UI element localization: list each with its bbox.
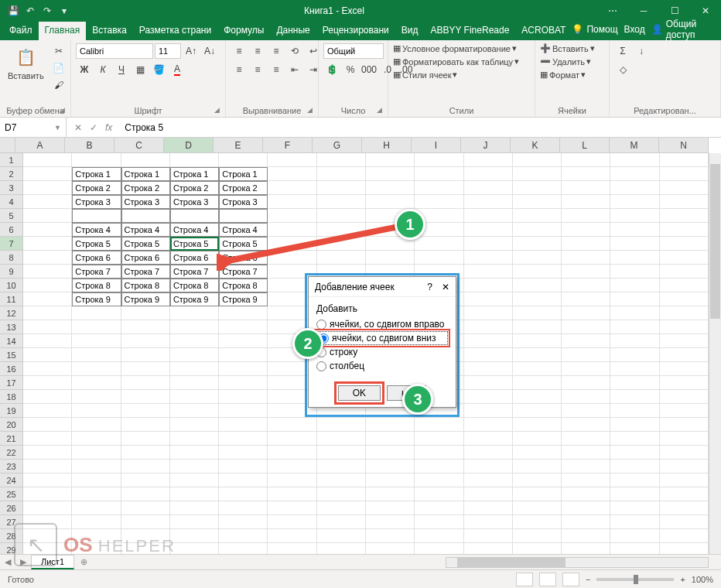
cell[interactable] xyxy=(562,418,610,432)
cell[interactable] xyxy=(23,473,72,487)
cell[interactable] xyxy=(562,320,610,334)
cell[interactable] xyxy=(219,446,268,460)
cell[interactable] xyxy=(562,404,610,418)
cell[interactable] xyxy=(464,334,513,348)
cell[interactable] xyxy=(513,432,562,446)
cell[interactable] xyxy=(513,515,562,529)
row-header[interactable]: 17 xyxy=(0,376,22,390)
cell[interactable] xyxy=(170,418,219,432)
cell[interactable] xyxy=(366,167,415,181)
align-center-icon[interactable]: ≡ xyxy=(249,62,266,77)
cell[interactable] xyxy=(268,529,316,543)
cell[interactable] xyxy=(219,515,268,529)
row-header[interactable]: 11 xyxy=(0,292,22,306)
zoom-out-icon[interactable]: − xyxy=(586,575,590,584)
insert-cells-button[interactable]: ➕ Вставить ▾ xyxy=(540,43,595,53)
page-layout-view-icon[interactable] xyxy=(539,573,556,586)
cell[interactable]: Строка 6 xyxy=(121,251,170,265)
cell[interactable] xyxy=(513,334,562,348)
cell[interactable]: Строка 9 xyxy=(170,292,219,306)
cell[interactable] xyxy=(415,251,463,265)
cell[interactable] xyxy=(660,181,709,195)
delete-cells-button[interactable]: ➖ Удалить ▾ xyxy=(540,56,591,67)
cell[interactable]: Строка 3 xyxy=(219,195,268,209)
cell[interactable] xyxy=(268,460,316,473)
percent-icon[interactable]: % xyxy=(342,62,359,77)
row-header[interactable]: 19 xyxy=(0,404,22,418)
column-header[interactable]: J xyxy=(461,138,511,152)
cell[interactable] xyxy=(464,418,513,432)
cell[interactable] xyxy=(317,181,366,195)
cell[interactable] xyxy=(268,153,316,167)
cell[interactable] xyxy=(219,362,268,376)
cell[interactable] xyxy=(23,167,72,181)
zoom-in-icon[interactable]: + xyxy=(680,575,685,584)
autosum-icon[interactable]: Σ xyxy=(614,43,631,59)
cell[interactable]: Строка 1 xyxy=(72,167,121,181)
cell[interactable] xyxy=(415,529,463,543)
cell[interactable] xyxy=(610,195,659,209)
cell[interactable] xyxy=(219,487,268,501)
cell[interactable]: Строка 1 xyxy=(219,167,268,181)
cell[interactable]: Строка 8 xyxy=(72,279,121,292)
cell[interactable]: Строка 8 xyxy=(121,279,170,292)
cell[interactable] xyxy=(562,334,610,348)
cell[interactable] xyxy=(562,265,610,279)
cell[interactable]: Строка 3 xyxy=(72,195,121,209)
cell[interactable] xyxy=(170,334,219,348)
cell[interactable] xyxy=(513,181,562,195)
cell[interactable] xyxy=(23,348,72,362)
cell[interactable] xyxy=(562,446,610,460)
cell[interactable] xyxy=(610,473,659,487)
cell[interactable] xyxy=(366,487,415,501)
cell[interactable] xyxy=(72,501,121,515)
decrease-indent-icon[interactable]: ⇤ xyxy=(286,62,303,77)
cancel-formula-icon[interactable]: ✕ xyxy=(74,122,82,133)
cell[interactable] xyxy=(513,487,562,501)
column-header[interactable]: I xyxy=(412,138,461,152)
row-header[interactable]: 23 xyxy=(0,460,22,473)
cell[interactable] xyxy=(72,446,121,460)
cell[interactable] xyxy=(317,446,366,460)
cell[interactable] xyxy=(562,292,610,306)
align-middle-icon[interactable]: ≡ xyxy=(249,43,266,59)
zoom-level[interactable]: 100% xyxy=(692,575,713,584)
column-header[interactable]: A xyxy=(15,138,65,152)
cell[interactable] xyxy=(660,376,709,390)
fill-icon[interactable]: ↓ xyxy=(633,43,650,59)
row-header[interactable]: 12 xyxy=(0,306,22,320)
cell[interactable] xyxy=(562,181,610,195)
cell[interactable]: Строка 5 xyxy=(170,237,219,251)
format-cells-button[interactable]: ▦ Формат ▾ xyxy=(540,70,586,80)
cell[interactable] xyxy=(562,153,610,167)
cell[interactable] xyxy=(660,404,709,418)
cell[interactable] xyxy=(219,153,268,167)
cell[interactable] xyxy=(562,237,610,251)
cell[interactable] xyxy=(513,473,562,487)
cell[interactable]: Строка 3 xyxy=(170,195,219,209)
tab-view[interactable]: Вид xyxy=(395,22,425,40)
cell[interactable] xyxy=(317,153,366,167)
cell[interactable] xyxy=(562,473,610,487)
cell[interactable] xyxy=(415,237,463,251)
column-header[interactable]: M xyxy=(610,138,659,152)
cell[interactable] xyxy=(366,515,415,529)
row-header[interactable]: 21 xyxy=(0,432,22,446)
cell[interactable] xyxy=(610,348,659,362)
zoom-slider[interactable] xyxy=(596,578,674,581)
cell[interactable] xyxy=(562,306,610,320)
cell[interactable] xyxy=(268,181,316,195)
cell[interactable]: Строка 2 xyxy=(170,181,219,195)
cell[interactable] xyxy=(562,529,610,543)
cell[interactable] xyxy=(366,153,415,167)
cell[interactable] xyxy=(464,320,513,334)
fill-color-icon[interactable]: 🪣 xyxy=(150,62,167,77)
cell[interactable] xyxy=(219,473,268,487)
cell[interactable] xyxy=(219,320,268,334)
cell[interactable] xyxy=(23,320,72,334)
cell[interactable] xyxy=(562,432,610,446)
cell[interactable] xyxy=(464,515,513,529)
cell[interactable] xyxy=(562,209,610,223)
cell[interactable] xyxy=(366,181,415,195)
undo-icon[interactable]: ↶ xyxy=(23,4,37,18)
